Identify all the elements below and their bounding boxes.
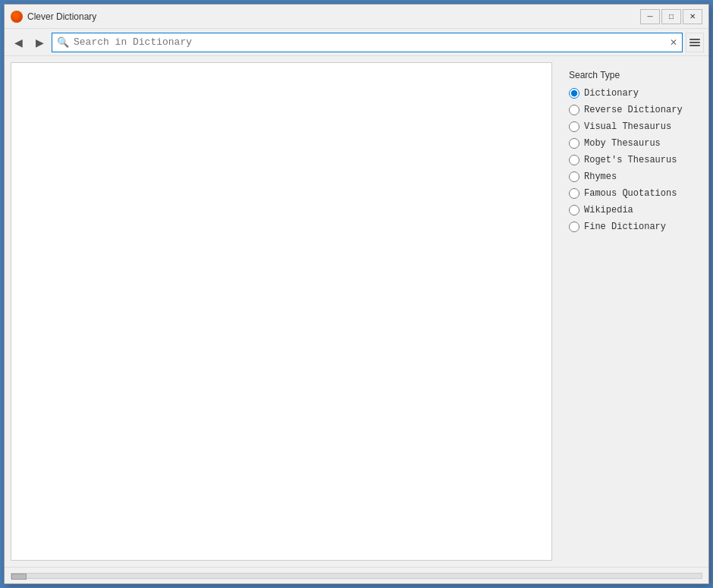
toolbar: ◀ ▶ 🔍 ✕ — [5, 29, 708, 56]
radio-rhymes[interactable] — [569, 171, 580, 182]
window-title: Clever Dictionary — [27, 11, 640, 22]
radio-label-reverse-dictionary: Reverse Dictionary — [584, 105, 683, 115]
radio-label-moby-thesaurus: Moby Thesaurus — [584, 138, 661, 149]
minimize-button[interactable]: ─ — [640, 9, 660, 24]
title-bar: Clever Dictionary ─ □ ✕ — [5, 5, 708, 29]
radio-label-dictionary: Dictionary — [584, 88, 639, 99]
radio-visual-thesaurus[interactable] — [569, 121, 580, 132]
search-type-label: Search Type — [569, 70, 692, 80]
search-box: 🔍 ✕ — [52, 33, 683, 52]
radio-famous-quotations[interactable] — [569, 188, 580, 199]
radio-item-moby-thesaurus[interactable]: Moby Thesaurus — [569, 138, 692, 149]
radio-rogets-thesaurus[interactable] — [569, 155, 580, 165]
radio-item-rogets-thesaurus[interactable]: Roget's Thesaurus — [569, 155, 692, 165]
radio-label-fine-dictionary: Fine Dictionary — [584, 222, 666, 232]
search-clear-button[interactable]: ✕ — [670, 37, 677, 48]
radio-label-wikipedia: Wikipedia — [584, 205, 633, 215]
status-track — [11, 573, 702, 579]
search-input[interactable] — [74, 36, 665, 48]
radio-label-visual-thesaurus: Visual Thesaurus — [584, 121, 671, 132]
sidebar: Search Type DictionaryReverse Dictionary… — [558, 62, 702, 561]
close-button[interactable]: ✕ — [683, 9, 702, 24]
back-button[interactable]: ◀ — [9, 33, 27, 52]
menu-button[interactable] — [686, 33, 704, 52]
radio-moby-thesaurus[interactable] — [569, 138, 580, 149]
maximize-button[interactable]: □ — [661, 9, 681, 24]
app-window: Clever Dictionary ─ □ ✕ ◀ ▶ 🔍 ✕ — [4, 4, 709, 584]
menu-icon-line1 — [689, 39, 700, 40]
radio-item-reverse-dictionary[interactable]: Reverse Dictionary — [569, 105, 692, 115]
radio-label-famous-quotations: Famous Quotations — [584, 188, 677, 199]
radio-reverse-dictionary[interactable] — [569, 105, 580, 115]
radio-dictionary[interactable] — [569, 88, 580, 99]
content-pane — [11, 62, 552, 561]
main-content: Search Type DictionaryReverse Dictionary… — [5, 56, 708, 567]
radio-fine-dictionary[interactable] — [569, 222, 580, 232]
status-thumb — [11, 574, 27, 580]
search-icon: 🔍 — [57, 36, 69, 48]
status-bar — [5, 567, 708, 583]
app-icon — [11, 11, 23, 23]
radio-item-dictionary[interactable]: Dictionary — [569, 88, 692, 99]
menu-icon-line3 — [689, 45, 700, 46]
radio-item-visual-thesaurus[interactable]: Visual Thesaurus — [569, 121, 692, 132]
radio-label-rogets-thesaurus: Roget's Thesaurus — [584, 155, 677, 165]
title-bar-controls: ─ □ ✕ — [640, 9, 702, 24]
radio-item-famous-quotations[interactable]: Famous Quotations — [569, 188, 692, 199]
radio-label-rhymes: Rhymes — [584, 171, 617, 182]
search-type-group: DictionaryReverse DictionaryVisual Thesa… — [569, 88, 692, 232]
menu-icon-line2 — [689, 42, 700, 43]
radio-item-rhymes[interactable]: Rhymes — [569, 171, 692, 182]
forward-button[interactable]: ▶ — [30, 33, 49, 52]
radio-item-fine-dictionary[interactable]: Fine Dictionary — [569, 222, 692, 232]
radio-wikipedia[interactable] — [569, 205, 580, 215]
radio-item-wikipedia[interactable]: Wikipedia — [569, 205, 692, 215]
